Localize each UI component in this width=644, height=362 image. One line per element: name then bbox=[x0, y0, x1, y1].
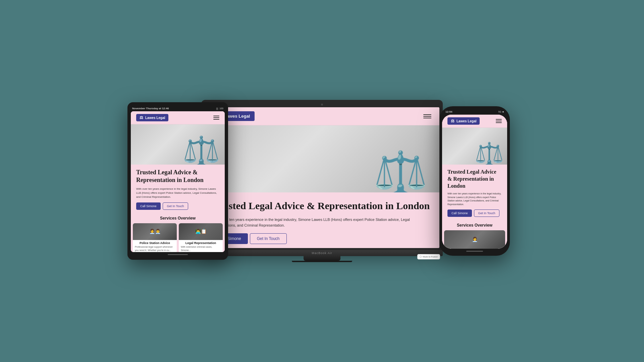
tablet-menu-button[interactable] bbox=[213, 116, 219, 120]
tablet-service-card-police: 👩‍💼👨‍💼 Police Station Advice Professiona… bbox=[133, 223, 177, 252]
phone-police-img-inner: 👩‍💼 bbox=[444, 230, 505, 249]
macbook-model-label: MacBook Air bbox=[312, 251, 332, 255]
phone-services-heading: Services Overview bbox=[442, 223, 507, 228]
tablet-call-button[interactable]: Call Simone bbox=[136, 202, 161, 210]
tablet-service-legal-name: Legal Representation bbox=[181, 241, 221, 245]
tablet-logo: ⚖ Lawes Legal bbox=[136, 114, 168, 121]
tablet-frame: November Thursday at 12:46 ||| 100 ⚖ Law… bbox=[127, 102, 228, 260]
phone-time: 12:54 bbox=[445, 110, 452, 113]
macbook-stand bbox=[304, 256, 340, 261]
phone-status-bar: 12:54 5G ■ bbox=[442, 110, 507, 115]
tablet-service-legal-img: 👨‍💻📋 bbox=[179, 223, 223, 240]
phone-service-police-img: 👩‍💼 bbox=[444, 230, 505, 249]
tablet-services-heading: Services Overview bbox=[131, 216, 225, 221]
tablet-logo-icon: ⚖ bbox=[140, 115, 143, 120]
tablet-services-section: Services Overview 👩‍💼👨‍💼 Police Station … bbox=[131, 216, 225, 252]
macbook-screen: ⚖ Lawes Legal ⚖️ bbox=[205, 107, 439, 248]
tablet-screen: ⚖ Lawes Legal ⚖️ bbox=[131, 111, 225, 252]
tablet-service-card-legal: 👨‍💻📋 Legal Representation With extensive… bbox=[179, 223, 223, 252]
phone-justice-statue: ⚖️ bbox=[475, 143, 504, 165]
tablet-services-grid: 👩‍💼👨‍💼 Police Station Advice Professiona… bbox=[131, 223, 225, 252]
tablet-website: ⚖ Lawes Legal ⚖️ bbox=[131, 111, 225, 252]
tablet-statue: ⚖️ bbox=[131, 124, 225, 165]
phone-hamburger-line-1 bbox=[496, 119, 502, 120]
phone-hero-title: Trusted Legal Advice & Representation in… bbox=[447, 169, 502, 189]
tablet-logo-text: Lawes Legal bbox=[145, 116, 165, 120]
phone-call-button[interactable]: Call Simone bbox=[447, 209, 472, 217]
phone-logo: ⚖ Lawes Legal bbox=[447, 117, 480, 125]
phone-service-card-police: 👩‍💼 bbox=[444, 230, 505, 249]
phone-signal: 5G bbox=[498, 111, 501, 113]
tablet-time: November Thursday at 12:46 bbox=[132, 107, 169, 110]
macbook-foot bbox=[292, 261, 352, 262]
tablet-service-legal-content: Legal Representation With extensive crim… bbox=[179, 240, 223, 252]
tablet-btn-group: Call Simone Get In Touch bbox=[136, 202, 219, 210]
macbook-menu-button[interactable] bbox=[423, 114, 431, 118]
macbook-frame: ⚖ Lawes Legal ⚖️ bbox=[201, 100, 443, 250]
phone-hero-image: ⚖️ bbox=[442, 128, 507, 165]
phone-services-list: 👩‍💼 bbox=[442, 230, 507, 249]
macbook-base: MacBook Air bbox=[201, 250, 443, 256]
phone-website: ⚖ Lawes Legal ⚖️ bbox=[442, 115, 507, 249]
phone-battery: ■ bbox=[502, 111, 504, 113]
tablet-hero-text: Trusted Legal Advice & Representation in… bbox=[131, 165, 225, 216]
macbook-device: ⚖ Lawes Legal ⚖️ bbox=[201, 100, 443, 262]
tablet-hero-desc: With over ten years experience in the le… bbox=[136, 187, 219, 199]
phone-hero-desc: With over ten years experience in the le… bbox=[447, 192, 502, 206]
macbook-hero-title: Trusted Legal Advice & Representation in… bbox=[213, 199, 431, 212]
tablet-status-bar: November Thursday at 12:46 ||| 100 bbox=[131, 107, 225, 111]
tablet-hamburger-line-3 bbox=[213, 119, 219, 120]
phone-frame: 12:54 5G ■ ⚖ Lawes Legal bbox=[439, 106, 510, 256]
phone-statue: ⚖️ bbox=[442, 128, 507, 165]
hamburger-line-3 bbox=[423, 118, 431, 118]
phone-services-section: Services Overview 👩‍💼 bbox=[442, 223, 507, 249]
tablet-touch-button[interactable]: Get In Touch bbox=[163, 202, 189, 210]
scene: ⚖ Lawes Legal ⚖️ bbox=[121, 30, 523, 332]
phone-logo-text: Lawes Legal bbox=[457, 119, 476, 123]
macbook-camera bbox=[321, 104, 323, 106]
tablet-service-police-name: Police Station Advice bbox=[135, 241, 175, 245]
tablet-hamburger-line-1 bbox=[213, 116, 219, 116]
tablet-status-icons: ||| 100 bbox=[216, 107, 223, 110]
tablet-police-img-inner: 👩‍💼👨‍💼 bbox=[133, 223, 177, 240]
tablet-service-legal-desc: With extensive criminal cases, Simone... bbox=[181, 245, 221, 252]
tablet-home-bar bbox=[168, 254, 188, 255]
tablet-device: November Thursday at 12:46 ||| 100 ⚖ Law… bbox=[127, 102, 228, 260]
macbook-camera-bar bbox=[205, 103, 439, 106]
macbook-touch-button[interactable]: Get In Touch bbox=[250, 233, 287, 244]
tablet-hamburger-line-2 bbox=[213, 117, 219, 118]
tablet-legal-img-inner: 👨‍💻📋 bbox=[179, 223, 223, 240]
phone-device: 12:54 5G ■ ⚖ Lawes Legal bbox=[439, 106, 510, 256]
phone-btn-group: Call Simone Get In Touch bbox=[447, 209, 502, 217]
tablet-signal-icon: ||| bbox=[216, 107, 218, 110]
macbook-navbar: ⚖ Lawes Legal bbox=[205, 107, 439, 125]
macbook-statue: ⚖️ bbox=[205, 125, 439, 192]
phone-status-right: 5G ■ bbox=[498, 111, 504, 113]
tablet-battery-icon: 100 bbox=[219, 107, 223, 110]
phone-home-bar bbox=[466, 251, 483, 252]
macbook-hero-image: ⚖️ bbox=[205, 125, 439, 192]
phone-touch-button[interactable]: Get In Touch bbox=[474, 209, 500, 217]
phone-hamburger-line-2 bbox=[496, 121, 502, 121]
phone-hero-text: Trusted Legal Advice & Representation in… bbox=[442, 165, 507, 223]
justice-statue-icon: ⚖️ bbox=[373, 152, 428, 192]
hamburger-line-2 bbox=[423, 116, 431, 117]
tablet-justice-statue: ⚖️ bbox=[182, 137, 220, 165]
phone-menu-button[interactable] bbox=[496, 119, 502, 123]
tablet-service-police-content: Police Station Advice Professional legal… bbox=[133, 240, 177, 252]
tablet-service-police-img: 👩‍💼👨‍💼 bbox=[133, 223, 177, 240]
phone-hamburger-line-3 bbox=[496, 122, 502, 123]
tablet-service-police-desc: Professional legal support whenever you … bbox=[135, 245, 175, 252]
macbook-website: ⚖ Lawes Legal ⚖️ bbox=[205, 107, 439, 248]
phone-logo-icon: ⚖ bbox=[451, 119, 454, 123]
macbook-hero-desc: With over ten years experience in the le… bbox=[213, 217, 414, 228]
hamburger-line-1 bbox=[423, 114, 431, 115]
phone-screen: ⚖ Lawes Legal ⚖️ bbox=[442, 115, 507, 249]
macbook-hero-text: Trusted Legal Advice & Representation in… bbox=[205, 192, 439, 248]
tablet-hero-image: ⚖️ bbox=[131, 124, 225, 165]
phone-navbar: ⚖ Lawes Legal bbox=[442, 115, 507, 128]
macbook-btn-group: Call Simone Get In Touch bbox=[213, 233, 431, 244]
tablet-navbar: ⚖ Lawes Legal bbox=[131, 111, 225, 124]
tablet-hero-title: Trusted Legal Advice & Representation in… bbox=[136, 169, 219, 184]
